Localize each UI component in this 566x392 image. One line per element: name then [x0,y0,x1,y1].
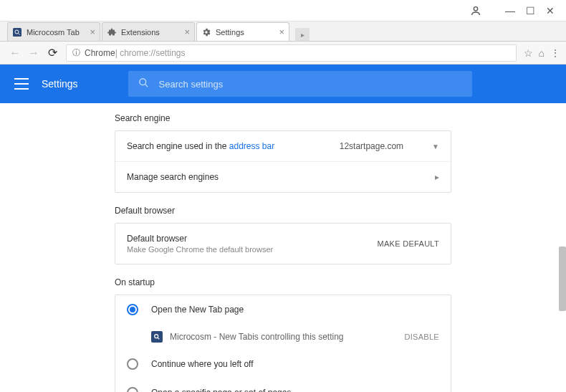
settings-search[interactable] [128,71,472,97]
forward-button[interactable]: → [24,44,43,62]
svg-rect-1 [13,28,21,37]
tab-strip: Microcosm Tab × Extensions × Settings × … [0,21,566,42]
tab-label: Microcosm Tab [27,28,80,37]
search-engine-card: Search engine used in the address bar 12… [115,130,451,193]
dropdown-value: 12startpage.com [340,141,403,151]
url-bar: ← → ⟳ ⓘ Chrome | chrome://settings ☆ ⌂ ⋮ [0,42,566,64]
radio-unselected[interactable] [127,358,138,370]
svg-line-7 [158,338,160,340]
hamburger-icon[interactable] [14,78,29,90]
search-icon [12,27,22,37]
disable-button[interactable]: DISABLE [404,333,439,341]
option-label: Open a specific page or set of pages [151,388,291,392]
tab-settings[interactable]: Settings × [196,22,289,41]
close-tab-icon[interactable]: × [279,27,284,37]
close-tab-icon[interactable]: × [184,27,190,37]
menu-icon[interactable]: ⋮ [550,47,560,59]
scrollbar-thumb[interactable] [559,247,566,311]
startup-option-newtab[interactable]: Open the New Tab page [115,295,451,324]
account-icon[interactable] [466,1,486,21]
row-subtitle: Make Google Chrome the default browser [127,245,273,254]
extension-controlling-row: Microcosm - New Tab is controlling this … [115,324,451,350]
option-label: Continue where you left off [151,359,254,369]
close-tab-icon[interactable]: × [90,27,95,37]
row-text: Search engine used in the address bar [127,141,274,151]
row-title: Default browser [127,234,273,244]
section-default-browser-title: Default browser [115,206,566,216]
search-input[interactable] [159,79,462,90]
new-tab-button[interactable]: ▸ [295,28,310,41]
close-window-button[interactable]: ✕ [540,1,560,21]
puzzle-icon [107,27,117,37]
section-on-startup-title: On startup [115,277,566,287]
default-browser-row: Default browser Make Google Chrome the d… [115,224,451,264]
minimize-button[interactable]: — [500,1,520,21]
tab-microcosm[interactable]: Microcosm Tab × [7,22,100,41]
url-protocol: Chrome [85,48,115,58]
settings-content: Search engine Search engine used in the … [0,103,566,392]
section-search-engine-title: Search engine [115,113,566,123]
svg-point-0 [474,6,477,10]
address-bar-link[interactable]: address bar [229,141,274,151]
option-label: Open the New Tab page [151,305,244,315]
extension-icon [151,331,163,343]
maximize-button[interactable]: ☐ [520,1,540,21]
default-browser-card: Default browser Make Google Chrome the d… [115,223,451,264]
chevron-right-icon: ▸ [435,172,439,182]
svg-line-5 [145,84,148,87]
make-default-button[interactable]: MAKE DEFAULT [377,239,439,248]
back-button[interactable]: ← [6,44,24,62]
tab-label: Extensions [121,28,160,37]
radio-selected[interactable] [127,304,138,315]
startup-option-specific[interactable]: Open a specific page or set of pages [115,378,451,392]
window-titlebar: — ☐ ✕ [0,0,566,21]
tab-extensions[interactable]: Extensions × [102,22,195,41]
startup-option-continue[interactable]: Continue where you left off [115,350,451,378]
extension-suffix: is controlling this setting [252,332,343,342]
settings-header: Settings [0,64,566,103]
bookmark-icon[interactable]: ☆ [524,47,533,59]
search-engine-row[interactable]: Search engine used in the address bar 12… [115,131,451,162]
home-icon[interactable]: ⌂ [539,47,545,59]
info-icon: ⓘ [72,47,80,58]
chevron-down-icon: ▼ [432,143,439,150]
address-input[interactable]: ⓘ Chrome | chrome://settings [66,44,517,62]
svg-point-4 [139,79,145,85]
tab-label: Settings [216,28,244,37]
search-engine-dropdown[interactable]: 12startpage.com ▼ [340,141,439,151]
gear-icon [201,27,211,37]
reload-button[interactable]: ⟳ [43,44,62,62]
extension-name-link[interactable]: Microcosm - New Tab [170,332,252,342]
url-path: | chrome://settings [115,48,186,58]
on-startup-card: Open the New Tab page Microcosm - New Ta… [115,295,451,392]
search-icon [138,77,149,90]
manage-search-engines-row[interactable]: Manage search engines ▸ [115,162,451,192]
radio-unselected[interactable] [127,387,138,392]
row-text: Manage search engines [127,172,219,182]
page-title: Settings [42,78,78,90]
